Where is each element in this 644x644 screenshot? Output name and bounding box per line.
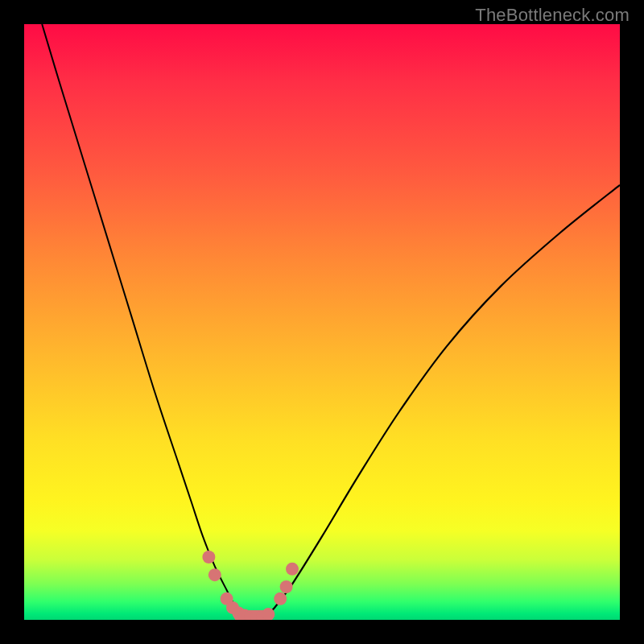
curve-left-branch [42, 24, 250, 620]
chart-root: TheBottleneck.com [0, 0, 644, 644]
marker-dot [274, 592, 287, 605]
curve-right-branch [262, 185, 620, 620]
marker-dot [208, 568, 221, 581]
chart-svg [24, 24, 620, 620]
marker-dot [286, 563, 299, 576]
bottleneck-markers [202, 551, 299, 620]
marker-dot [202, 551, 215, 564]
watermark-text: TheBottleneck.com [475, 5, 630, 26]
plot-area [24, 24, 620, 620]
marker-dot [280, 580, 293, 593]
